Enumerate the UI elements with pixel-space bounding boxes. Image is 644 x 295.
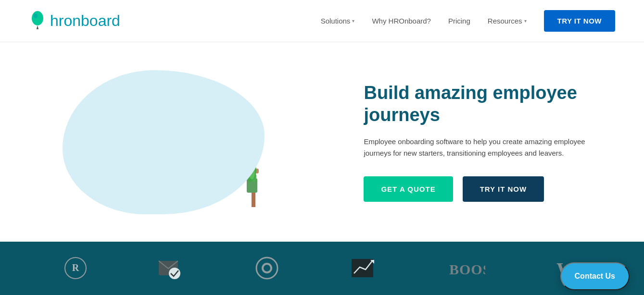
svg-point-0: [32, 11, 43, 25]
partner-logo-chart: [349, 255, 378, 282]
chevron-down-icon: ▾: [352, 18, 354, 24]
try-now-button[interactable]: TRY IT NOW: [463, 176, 544, 202]
nav-resources[interactable]: Resources ▾: [488, 17, 527, 25]
hero-subtitle: Employee onboarding software to help you…: [364, 136, 594, 159]
svg-text:R: R: [72, 262, 79, 273]
get-quote-button[interactable]: GET A QUOTE: [364, 176, 453, 202]
svg-point-2: [34, 13, 38, 18]
nav-try-button[interactable]: TRY IT NOW: [544, 10, 616, 32]
logo[interactable]: hronboard: [29, 11, 120, 32]
contact-us-button[interactable]: Contact Us: [560, 262, 630, 290]
partner-logo-vodafone: [254, 255, 280, 282]
nav-links: Solutions ▾ Why HROnboard? Pricing Resou…: [321, 10, 615, 32]
nav-pricing[interactable]: Pricing: [448, 17, 470, 25]
logo-text: hronboard: [50, 12, 120, 30]
nav-why-hronboard[interactable]: Why HROnboard?: [372, 17, 431, 25]
hero-content: Build amazing employee journeys Employee…: [354, 63, 644, 221]
svg-point-40: [169, 268, 180, 279]
hero-title: Build amazing employee journeys: [364, 82, 615, 126]
chevron-down-icon-2: ▾: [524, 18, 527, 24]
svg-point-43: [264, 265, 270, 271]
partner-logo-r: R: [63, 255, 88, 282]
navbar: hronboard Solutions ▾ Why HROnboard? Pri…: [0, 0, 644, 42]
hero-section: Build amazing employee journeys Employee…: [0, 42, 644, 242]
partner-logo-boost: BOOST: [447, 258, 485, 279]
footer-strip: R BOOST W: [0, 242, 644, 295]
svg-text:BOOST: BOOST: [449, 261, 485, 277]
logo-icon: [29, 11, 46, 32]
hero-illustration: [0, 42, 354, 242]
partner-logo-mail: [156, 255, 185, 282]
nav-solutions[interactable]: Solutions ▾: [321, 17, 355, 25]
hero-buttons: GET A QUOTE TRY IT NOW: [364, 176, 615, 202]
